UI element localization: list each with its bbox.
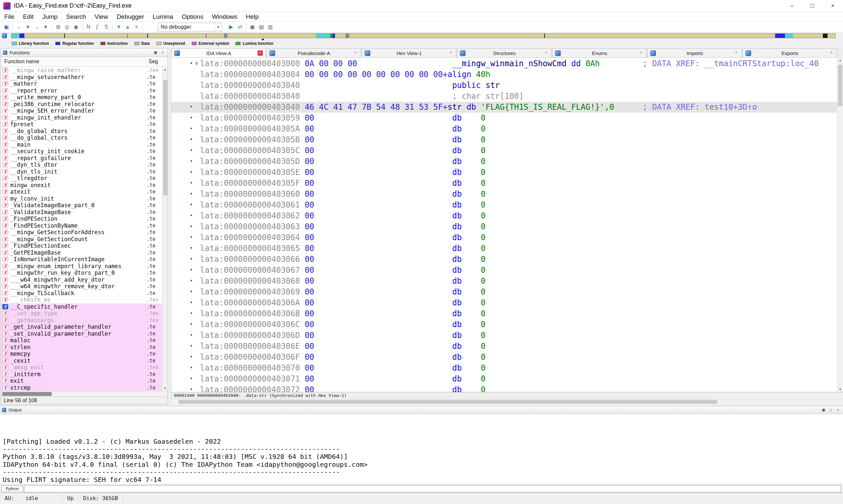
- python-mode-button[interactable]: Python: [1, 485, 23, 492]
- menu-item[interactable]: Debugger: [112, 12, 148, 22]
- functions-window-icon[interactable]: ƒ: [93, 23, 102, 31]
- maximize-panel-icon[interactable]: □: [828, 407, 834, 413]
- disassembly-line[interactable]: ∨ • lata:0000000000403066 00 db 0: [171, 254, 838, 265]
- lumina-pull-icon[interactable]: ▼: [114, 23, 123, 31]
- function-row[interactable]: f strcmp .te: [1, 384, 162, 391]
- function-row[interactable]: f _GetPEImageBase .te: [1, 249, 162, 256]
- view-tab[interactable]: IDA View-A ×: [171, 49, 266, 58]
- disassembly-line[interactable]: ∨ • lata:0000000000403061 00 db 0: [171, 200, 838, 211]
- function-row[interactable]: f __report_error .te: [1, 87, 162, 94]
- names-window-icon[interactable]: N: [84, 23, 93, 31]
- function-row[interactable]: f __write_memory_part_0 .te: [1, 94, 162, 101]
- function-row[interactable]: f _IsNonwritableInCurrentImage .te: [1, 256, 162, 263]
- output-titlebar[interactable]: Output ▣ □ ×: [0, 406, 843, 414]
- function-row[interactable]: f malloc .te: [1, 337, 162, 344]
- function-row[interactable]: f _FindPESection .te: [1, 215, 162, 222]
- disassembly-line[interactable]: ∨ • lata:0000000000403070 00 db 0: [171, 363, 838, 374]
- function-row[interactable]: f __mingw_enum_import_library_names .te: [1, 263, 162, 270]
- cancel-analysis-icon[interactable]: ×: [132, 23, 141, 31]
- lumina-push-icon[interactable]: ▲: [123, 23, 132, 31]
- save-icon[interactable]: ▣: [2, 23, 11, 31]
- disassembly-line[interactable]: ∨ • lata:0000000000403004 00 00 00 00 00…: [171, 69, 838, 80]
- view-tab[interactable]: Hex View-1 ×: [362, 49, 456, 58]
- disassembly-line[interactable]: ∨ • lata:0000000000403040 ; char str[100…: [171, 91, 838, 102]
- function-row[interactable]: f _initterm .te: [1, 371, 162, 378]
- function-row[interactable]: f _FindPESectionByName .te: [1, 222, 162, 229]
- disassembly-line[interactable]: ∨ • lata:0000000000403065 00 db 0: [171, 243, 838, 254]
- function-row[interactable]: f ___w64_mingwthr_remove_key_dtor .te: [1, 283, 162, 290]
- navigate-back-history-icon[interactable]: ▾: [23, 23, 32, 31]
- debugger-windows-icon[interactable]: ▣: [248, 23, 257, 31]
- function-row[interactable]: f __set_app_type .tex: [1, 310, 162, 317]
- close-panel-icon[interactable]: ×: [160, 50, 166, 56]
- function-row[interactable]: f _cexit .te: [1, 357, 162, 364]
- navigate-forward-icon[interactable]: →: [32, 23, 41, 31]
- view-tab[interactable]: Structures ×: [457, 49, 552, 58]
- function-row[interactable]: f __mingw_SEH_error_handler .te: [1, 107, 162, 114]
- function-row[interactable]: f __main .te: [1, 141, 162, 148]
- column-function-name[interactable]: Function name: [4, 59, 39, 65]
- scroll-up-icon[interactable]: ▲: [838, 59, 843, 62]
- disassembly-line[interactable]: ∨ • lata:000000000040306F 00 db 0: [171, 352, 838, 363]
- disassembly-horizontal-scrollbar[interactable]: [171, 399, 843, 406]
- recent-scripts-icon[interactable]: ▤: [257, 23, 266, 31]
- function-row[interactable]: f __mingw_GetSectionForAddress .te: [1, 229, 162, 236]
- disassembly-line[interactable]: ∨ • lata:000000000040305D 00 db 0: [171, 156, 838, 167]
- tab-close-icon[interactable]: ×: [639, 50, 644, 56]
- navigate-forward-history-icon[interactable]: ▾: [41, 23, 50, 31]
- function-row[interactable]: f __dyn_tls_dtor .te: [1, 161, 162, 168]
- column-segment[interactable]: Seg: [146, 59, 158, 65]
- disassembly-line[interactable]: ∨ • lata:0000000000403062 00 db 0: [171, 211, 838, 221]
- debugger-select[interactable]: No debugger ▾: [158, 23, 222, 31]
- disassembly-line[interactable]: ∨ • lata:0000000000403071 00 db 0: [171, 374, 838, 384]
- toolbar-separator[interactable]: [112, 23, 113, 31]
- menu-item[interactable]: Windows: [208, 12, 241, 22]
- function-row[interactable]: f ___w64_mingwthr_add_key_dtor .te: [1, 276, 162, 283]
- function-row[interactable]: f __dyn_tls_init .te: [1, 168, 162, 175]
- function-row[interactable]: f __mingw_raise_matherr .tex: [1, 67, 162, 74]
- chevron-down-icon[interactable]: ▾: [214, 23, 222, 31]
- python-input[interactable]: [24, 485, 841, 492]
- attach-process-icon[interactable]: ⇄: [235, 23, 245, 31]
- strings-window-icon[interactable]: S: [102, 23, 111, 31]
- scroll-up-icon[interactable]: ▲: [162, 68, 168, 71]
- scroll-down-icon[interactable]: ▼: [838, 388, 843, 391]
- function-row[interactable]: f __do_global_ctors .te: [1, 134, 162, 141]
- disassembly-line[interactable]: ∨ • lata:000000000040305F 00 db 0: [171, 178, 838, 189]
- menu-item[interactable]: Edit: [19, 12, 38, 22]
- function-row[interactable]: f exit .te: [1, 378, 162, 384]
- disassembly-line[interactable]: ∨ • lata:000000000040306A 00 db 0: [171, 298, 838, 308]
- view-tab[interactable]: Exports ×: [742, 49, 837, 58]
- function-row[interactable]: f __mingwthr_run_key_dtors_part_0 .te: [1, 269, 162, 276]
- menu-item[interactable]: File: [0, 12, 19, 22]
- function-row[interactable]: f __mingw_GetSectionCount .te: [1, 236, 162, 243]
- disassembly-line[interactable]: ∨ • lata:000000000040305C 00 db 0: [171, 145, 838, 156]
- function-row[interactable]: f _set_invalid_parameter_handler .te: [1, 330, 162, 337]
- scrollbar-thumb[interactable]: [179, 400, 717, 404]
- toolbar-separator[interactable]: [143, 23, 143, 31]
- scrollbar-thumb[interactable]: [163, 80, 167, 195]
- tab-close-icon[interactable]: ×: [448, 50, 453, 56]
- disassembly-line[interactable]: ∨ • lata:0000000000403060 00 db 0: [171, 189, 838, 200]
- function-row[interactable]: f strlen .te: [1, 344, 162, 351]
- function-row[interactable]: f _pei386_runtime_relocator .te: [1, 101, 162, 108]
- tab-close-icon[interactable]: ×: [353, 50, 358, 56]
- function-row[interactable]: f mingw_onexit .te: [1, 182, 162, 189]
- navigate-back-icon[interactable]: ←: [15, 23, 23, 31]
- menu-item[interactable]: Options: [178, 12, 208, 22]
- disassembly-line[interactable]: ∨ • lata:000000000040306E 00 db 0: [171, 341, 838, 352]
- functions-column-header[interactable]: Function name Seg: [1, 57, 168, 67]
- close-panel-icon[interactable]: ×: [835, 407, 841, 413]
- scrollbar-thumb[interactable]: [2, 392, 52, 396]
- collapse-chevron-icon[interactable]: ∨: [195, 58, 198, 69]
- function-row[interactable]: f __getmainargs .tex: [1, 317, 162, 324]
- disassembly-line[interactable]: ∨ • lata:0000000000403000 0A 00 00 00 __…: [171, 58, 838, 69]
- function-row[interactable]: f __report_gsfailure .te: [1, 155, 162, 162]
- function-row[interactable]: f _get_invalid_parameter_handler .te: [1, 323, 162, 330]
- disassembly-line[interactable]: ∨ • lata:000000000040306B 00 db 0: [171, 308, 838, 319]
- functions-vertical-scrollbar[interactable]: ▲ ▼: [162, 67, 168, 391]
- menu-item[interactable]: Search: [62, 12, 90, 22]
- disassembly-line[interactable]: ∨ • lata:0000000000403059 00 db 0: [171, 113, 838, 124]
- function-row[interactable]: f __C_specific_handler .te: [1, 303, 162, 310]
- disassembly-line[interactable]: ∨ • lata:0000000000403063 00 db 0: [171, 221, 838, 232]
